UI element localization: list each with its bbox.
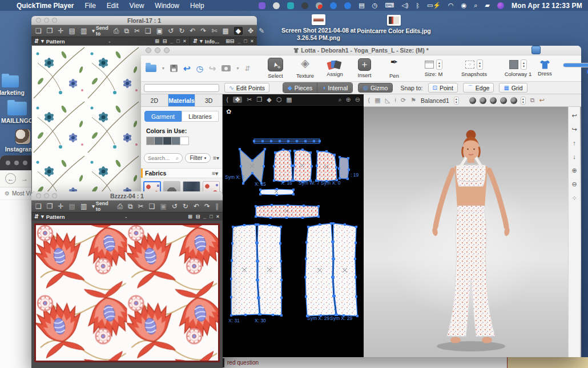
edit-points-button[interactable]: ∿Edit Points	[224, 83, 269, 93]
split-v-icon[interactable]: ⊟	[195, 214, 201, 219]
tab-materials[interactable]: Materials	[168, 94, 196, 106]
info-panel-header[interactable]: ⇵ ▾ Info... ⊞⊟ _ □ ×	[190, 37, 257, 45]
pan-up-icon[interactable]: ↑	[573, 140, 576, 146]
maximize-panel-icon[interactable]: □	[243, 38, 247, 44]
snap-point-button[interactable]: ⊡Point	[428, 83, 458, 93]
maximize-panel-icon[interactable]: □	[176, 38, 180, 44]
search-input[interactable]	[148, 155, 174, 161]
simulation-slider[interactable]	[563, 63, 588, 67]
gizmo-toggle[interactable]: ◎Gizmo	[358, 83, 393, 93]
avatar-view-quarter-icon[interactable]	[480, 97, 486, 104]
save-as-icon[interactable]: ▥	[80, 27, 87, 34]
render-preset-dropdown[interactable]: Balanced1	[421, 97, 449, 104]
preset-stepper[interactable]: ▲▼	[454, 97, 459, 105]
history-forward-icon[interactable]: ↷	[204, 203, 210, 210]
copy-icon[interactable]: ❑	[145, 27, 151, 34]
zoom-button[interactable]	[52, 18, 57, 23]
status-sync-icon[interactable]	[330, 2, 337, 9]
zoom-out-icon[interactable]: ⊖	[571, 181, 577, 187]
return-arrow-icon[interactable]: ↩	[539, 97, 545, 103]
new-document-icon[interactable]: ❏	[35, 203, 42, 210]
orbit-left-icon[interactable]: ↩	[571, 113, 577, 119]
trim-icon[interactable]: ✄	[211, 27, 217, 34]
keyboard-input-icon[interactable]: ⌨	[385, 2, 394, 9]
menu-clock[interactable]: Mon Apr 12 12:33 PM	[512, 2, 582, 10]
tile-grid-icon[interactable]: ▩	[223, 27, 229, 34]
flag-icon[interactable]: ⚑	[410, 97, 416, 103]
color-swatch[interactable]	[172, 137, 180, 145]
tab-2d[interactable]: 2D	[141, 94, 168, 106]
pattern-panel-header[interactable]: ⇵ ▾ Pattern - ⊞ ⊟ _ □ ×	[31, 212, 223, 221]
move-tool-icon[interactable]: ✥	[248, 27, 253, 34]
redo-icon[interactable]: ↪	[209, 64, 216, 73]
user-account-icon[interactable]: ◉	[461, 2, 467, 9]
paste-icon[interactable]: ▣	[160, 203, 166, 210]
siri-icon[interactable]	[497, 2, 504, 9]
redo-icon[interactable]: ↻	[179, 27, 184, 34]
assign-tool[interactable]: Assign	[324, 60, 345, 77]
open-icon[interactable]: ❐	[47, 27, 53, 34]
close-panel-icon[interactable]: ×	[183, 38, 187, 44]
minimize-panel-icon[interactable]: _	[203, 214, 207, 219]
select-tool[interactable]: ➤✛ Select	[265, 58, 285, 79]
avatar-view-custom-icon[interactable]	[510, 97, 517, 104]
pieces-toggle[interactable]: ◆Pieces	[283, 83, 317, 93]
pen-tool[interactable]: ✒ Pen	[384, 58, 404, 79]
subtab-libraries[interactable]: Libraries	[182, 111, 219, 122]
cut-icon[interactable]: ✂	[138, 203, 144, 210]
close-button[interactable]	[146, 47, 151, 53]
preview-icon[interactable]: ⧉	[128, 203, 133, 210]
snapshot-camera-icon[interactable]	[221, 65, 231, 71]
cut-icon[interactable]: ✂	[134, 27, 140, 34]
new-document-icon[interactable]: ❏	[35, 27, 42, 34]
forward-button[interactable]: →	[21, 175, 28, 183]
window-control[interactable]	[6, 161, 10, 165]
tab-3d[interactable]: 3D	[195, 94, 222, 106]
undo-icon[interactable]: ↩	[183, 64, 191, 73]
colorway-control[interactable]: ▲▼ Colorway 1	[501, 59, 534, 77]
fabrics-section-header[interactable]: Fabrics ≡▾	[141, 168, 222, 178]
status-app-icon-purple[interactable]	[259, 2, 265, 9]
desktop-file-pointcarre[interactable]: Pointcarre Color Edits.jpg	[348, 15, 440, 35]
zoom-button[interactable]	[164, 47, 170, 53]
split-h-icon[interactable]: ⊞	[154, 38, 160, 44]
pin-tool-icon[interactable]: ✂	[247, 97, 252, 103]
send-to-dropdown[interactable]: ▾ Send to	[92, 201, 112, 212]
diamond-tool-icon[interactable]: ◆	[234, 27, 243, 35]
snapshots-control[interactable]: ⁘▲▼ Snapshots	[458, 59, 490, 77]
shape-icon[interactable]: ⬡	[276, 97, 282, 103]
zoom-button[interactable]	[52, 193, 57, 198]
status-info-icon[interactable]	[344, 2, 351, 9]
dress-button[interactable]: Dress	[534, 61, 555, 77]
color-swatch[interactable]	[155, 137, 163, 145]
close-button[interactable]	[36, 193, 41, 198]
maximize-panel-icon[interactable]: □	[209, 214, 213, 219]
snapshots-stepper[interactable]: ▲▼	[477, 59, 483, 70]
save-as-icon[interactable]: ▥	[80, 203, 87, 210]
grid-icon[interactable]: ▦	[374, 97, 380, 103]
collapse-chevron-icon[interactable]: ⟨	[368, 97, 370, 103]
window-icon[interactable]: ⧉	[530, 97, 535, 103]
list-options-icon[interactable]: ≡▾	[212, 170, 218, 177]
orbit-right-icon[interactable]: ↪	[571, 126, 577, 133]
minimize-panel-icon[interactable]: _	[170, 38, 174, 44]
avatar-model[interactable]	[410, 127, 531, 356]
zoom-in-icon[interactable]: ⊕	[346, 97, 351, 103]
zoom-fit-icon[interactable]: ⌕	[338, 97, 341, 103]
minimize-button[interactable]	[155, 47, 160, 53]
redo-icon[interactable]: ↻	[183, 203, 188, 210]
volume-icon[interactable]: ◁)	[401, 2, 408, 9]
color-swatch[interactable]	[146, 137, 155, 145]
chevron-down-icon[interactable]: ▾	[41, 38, 44, 44]
status-app-icon-gray[interactable]	[273, 2, 280, 9]
menu-window[interactable]: Window	[155, 2, 179, 10]
colorway-swatch[interactable]	[509, 60, 518, 69]
texture-tool[interactable]: ◈ Texture	[295, 58, 315, 79]
chevron-down-icon[interactable]: ▾	[41, 214, 44, 219]
floral-title-bar[interactable]: Floral-17 : 1	[31, 16, 257, 25]
colorway-stepper[interactable]: ▲▼	[521, 59, 527, 70]
split-h-icon[interactable]: ⊞	[187, 214, 193, 219]
battery-icon[interactable]: ▭⚡	[427, 2, 441, 9]
color-swatch[interactable]	[180, 137, 189, 145]
grid-icon[interactable]: ▦	[286, 97, 292, 103]
